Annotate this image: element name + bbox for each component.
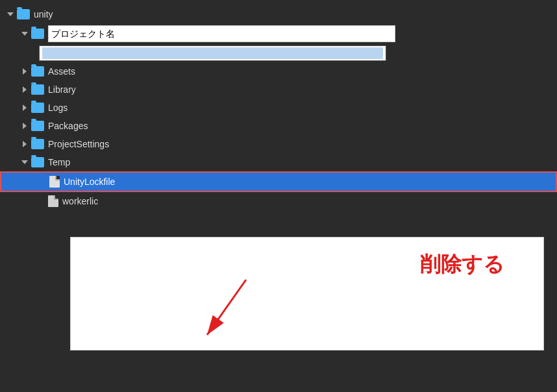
file-icon-unitylockfile <box>49 176 60 188</box>
chevron-down-icon <box>5 9 16 19</box>
tree-item-projectsettings[interactable]: ProjectSettings <box>0 135 557 153</box>
tree-label-assets: Assets <box>48 64 75 79</box>
annotation-text: 削除する <box>420 251 504 279</box>
tree-label-library: Library <box>48 82 76 97</box>
tree-item-assets[interactable]: Assets <box>0 62 557 80</box>
folder-icon-packages <box>31 121 44 131</box>
annotation-arrow <box>168 273 298 350</box>
tree-item-unitylockfile[interactable]: UnityLockfile <box>0 171 557 192</box>
chevron-right-icon-logs <box>19 103 30 113</box>
rename-row <box>0 44 557 62</box>
tree-label-unity: unity <box>34 7 53 21</box>
project-name-wrapper <box>48 25 395 42</box>
tree-label-temp: Temp <box>48 155 70 169</box>
tree-label-workerlic: workerlic <box>62 194 98 208</box>
tree-label-unitylockfile: UnityLockfile <box>64 175 115 189</box>
file-explorer: unity Assets Library Logs Packages <box>0 0 557 392</box>
rename-input[interactable] <box>42 47 383 59</box>
tree-label-packages: Packages <box>48 119 88 133</box>
folder-icon-library <box>31 84 44 95</box>
rename-input-outer <box>39 45 386 61</box>
chevron-down-icon-temp <box>19 157 30 167</box>
folder-icon-projectsettings <box>31 139 44 149</box>
chevron-right-icon-library <box>19 84 30 95</box>
chevron-right-icon-packages <box>19 121 30 131</box>
tree-item-workerlic[interactable]: workerlic <box>0 192 557 210</box>
tree-item-packages[interactable]: Packages <box>0 117 557 135</box>
project-name-input[interactable] <box>51 29 392 40</box>
tree-label-logs: Logs <box>48 101 68 115</box>
chevron-right-icon-projectsettings <box>19 139 30 149</box>
tree-item-unity[interactable]: unity <box>0 5 557 23</box>
folder-icon-temp <box>31 157 44 167</box>
tree-item-library[interactable]: Library <box>0 80 557 99</box>
folder-icon-unity <box>17 9 30 19</box>
folder-icon-assets <box>31 66 44 77</box>
chevron-right-icon-assets <box>19 66 30 77</box>
tree-item-temp[interactable]: Temp <box>0 153 557 171</box>
annotation-box: 削除する <box>70 237 544 350</box>
folder-icon-project <box>31 29 44 39</box>
file-icon-workerlic <box>48 195 58 207</box>
tree-item-project-folder[interactable] <box>0 23 557 44</box>
svg-line-1 <box>207 280 246 335</box>
tree-item-logs[interactable]: Logs <box>0 99 557 117</box>
folder-icon-logs <box>31 103 44 113</box>
tree-label-projectsettings: ProjectSettings <box>48 137 109 151</box>
chevron-down-icon-project <box>19 29 30 39</box>
